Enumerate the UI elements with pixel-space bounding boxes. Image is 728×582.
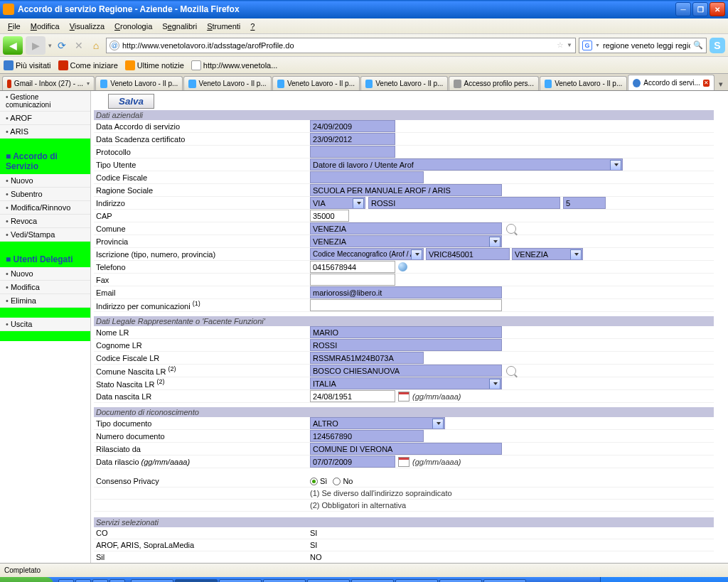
- taskbar-item[interactable]: Acc...: [175, 579, 218, 582]
- taskbar-item[interactable]: Micr...: [439, 579, 482, 582]
- menu-help[interactable]: ?: [246, 21, 259, 32]
- taskbar-item[interactable]: Pos...: [131, 579, 173, 582]
- taskbar-item[interactable]: I: U...: [483, 579, 526, 582]
- sidebar-item-revoca[interactable]: Revoca: [0, 215, 90, 228]
- search-go-icon[interactable]: 🔍: [693, 41, 703, 50]
- info-icon[interactable]: [398, 262, 407, 271]
- bookmark-most-visited[interactable]: Più visitati: [4, 60, 51, 70]
- input-data-rilascio[interactable]: 07/07/2009: [310, 456, 395, 468]
- skype-icon[interactable]: S: [710, 38, 725, 53]
- input-data-scadenza[interactable]: 23/09/2012: [310, 133, 395, 145]
- lookup-comune-icon[interactable]: [506, 224, 516, 234]
- input-protocollo[interactable]: [310, 146, 395, 158]
- input-cap[interactable]: 35000: [310, 210, 349, 222]
- lookup-comune-nascita-icon[interactable]: [506, 366, 516, 376]
- input-iscrizione-num[interactable]: VRIC845001: [426, 248, 510, 260]
- select-indirizzo-tipo[interactable]: VIA: [310, 197, 365, 209]
- tab-veneto-4[interactable]: Veneto Lavoro - Il p...: [360, 76, 448, 90]
- tab-veneto-2[interactable]: Veneto Lavoro - Il p...: [183, 76, 271, 90]
- close-button[interactable]: ✕: [710, 2, 725, 16]
- sidebar-item-gestione[interactable]: Gestione comunicazioni: [0, 91, 90, 112]
- input-ragione-sociale[interactable]: SCUOLA PER MANUALE AROF / ARIS: [310, 184, 502, 196]
- select-provincia[interactable]: VENEZIA: [310, 235, 502, 247]
- input-comune-nascita[interactable]: BOSCO CHIESANUOVA: [310, 365, 502, 377]
- input-indirizzo-civico[interactable]: 5: [563, 197, 606, 209]
- menu-file[interactable]: File: [4, 21, 25, 32]
- sidebar-item-vedi-stampa[interactable]: Vedi/Stampa: [0, 228, 90, 242]
- sidebar-item-arof[interactable]: AROF: [0, 112, 90, 125]
- bookmark-getting-started[interactable]: Come iniziare: [58, 60, 118, 70]
- bookmark-star-icon[interactable]: ☆: [557, 41, 564, 50]
- tab-accordo-servizio[interactable]: Accordo di servi...✕: [628, 75, 714, 90]
- quicklaunch-player[interactable]: ▶: [109, 579, 125, 582]
- input-rilasciato[interactable]: COMUNE DI VERONA: [310, 443, 502, 455]
- input-telefono[interactable]: 0415678944: [310, 261, 395, 273]
- select-tipo-utente[interactable]: Datore di lavoro / Utente Arof: [310, 158, 623, 171]
- tab-veneto-1[interactable]: Veneto Lavoro - Il p...: [95, 76, 183, 90]
- reload-button[interactable]: ⟳: [55, 38, 69, 53]
- menu-segnalibri[interactable]: Segnalibri: [158, 21, 201, 32]
- tab-veneto-5[interactable]: Veneto Lavoro - Il p...: [540, 76, 627, 90]
- tab-gmail[interactable]: Gmail - Inbox (27) - ...▾: [2, 76, 95, 90]
- select-iscrizione-prov[interactable]: VENEZIA: [512, 248, 583, 260]
- sidebar-item-elimina[interactable]: Elimina: [0, 294, 90, 308]
- input-email[interactable]: mariorossi@libero.it: [310, 286, 502, 298]
- back-button[interactable]: ◀: [3, 36, 23, 55]
- calendar-icon[interactable]: [398, 392, 410, 402]
- url-bar[interactable]: @ http://www.venetolavoro.it/adsstage/ar…: [106, 38, 576, 53]
- input-cf-lr[interactable]: RSSMRA51M24B073A: [310, 352, 424, 364]
- tab-list-button[interactable]: ▾: [716, 78, 726, 90]
- label-email: Email: [94, 289, 310, 297]
- quicklaunch-mail[interactable]: ✉: [75, 579, 91, 582]
- input-comune[interactable]: VENEZIA: [310, 222, 502, 235]
- start-button[interactable]: start: [0, 577, 53, 582]
- menu-strumenti[interactable]: Strumenti: [203, 21, 245, 32]
- forward-button[interactable]: ▶: [26, 36, 46, 55]
- sidebar-item-subentro[interactable]: Subentro: [0, 188, 90, 201]
- search-bar[interactable]: G ▼ regione veneto leggi regionali 🔍: [579, 38, 707, 53]
- input-num-doc[interactable]: 124567890: [310, 430, 424, 442]
- save-button[interactable]: Salva: [108, 94, 154, 109]
- select-stato-nascita[interactable]: ITALIA: [310, 377, 502, 389]
- tab-veneto-3[interactable]: Veneto Lavoro - Il p...: [272, 76, 360, 90]
- quicklaunch-desktop[interactable]: ▭: [92, 579, 108, 582]
- sidebar-item-modifica-2[interactable]: Modifica: [0, 281, 90, 294]
- input-data-accordo[interactable]: 24/09/2009: [310, 120, 395, 132]
- sidebar-item-uscita[interactable]: Uscita: [0, 318, 90, 331]
- input-data-nascita[interactable]: 24/08/1951: [310, 390, 395, 402]
- input-codice-fiscale[interactable]: [310, 171, 424, 183]
- tab-close-icon[interactable]: ✕: [703, 80, 710, 87]
- input-fax[interactable]: [310, 274, 395, 286]
- footnote-1: (1) Se diverso dall'indirizzo sopraindic…: [310, 489, 452, 497]
- taskbar-item[interactable]: Man...: [395, 579, 438, 582]
- bookmark-latest-news[interactable]: Ultime notizie: [125, 60, 184, 70]
- menu-cronologia[interactable]: Cronologia: [110, 21, 156, 32]
- sidebar-item-nuovo-2[interactable]: Nuovo: [0, 267, 90, 281]
- taskbar-item[interactable]: Sky...: [263, 579, 306, 582]
- sidebar-item-nuovo[interactable]: Nuovo: [0, 174, 90, 188]
- input-nome-lr[interactable]: MARIO: [310, 326, 502, 338]
- sidebar-item-aris[interactable]: ARIS: [0, 125, 90, 139]
- taskbar-item[interactable]: Man...: [219, 579, 262, 582]
- stop-button[interactable]: ✕: [72, 38, 86, 53]
- sidebar-item-modifica-rinnovo[interactable]: Modifica/Rinnovo: [0, 201, 90, 215]
- menu-visualizza[interactable]: Visualizza: [65, 21, 109, 32]
- serv-co-val: SI: [310, 529, 317, 537]
- input-cognome-lr[interactable]: ROSSI: [310, 339, 502, 351]
- home-button[interactable]: ⌂: [89, 38, 103, 53]
- minimize-button[interactable]: ─: [675, 2, 691, 16]
- calendar-icon[interactable]: [398, 457, 410, 467]
- taskbar-item[interactable]: Acc...: [307, 579, 350, 582]
- quicklaunch-ie[interactable]: e: [58, 579, 74, 582]
- menu-modifica[interactable]: Modifica: [26, 21, 64, 32]
- taskbar-item[interactable]: Imm...: [351, 579, 394, 582]
- radio-si[interactable]: [310, 478, 318, 485]
- select-iscrizione-tipo[interactable]: Codice Meccanografico (Arof / A: [310, 248, 424, 260]
- select-tipo-doc[interactable]: ALTRO: [310, 417, 445, 429]
- tab-accesso-profilo[interactable]: Accesso profilo pers...: [449, 76, 539, 90]
- input-indirizzo-com[interactable]: [310, 299, 502, 311]
- maximize-button[interactable]: ❐: [692, 2, 708, 16]
- bookmark-venetola[interactable]: http://www.venetola...: [191, 60, 278, 70]
- input-indirizzo-nome[interactable]: ROSSI: [368, 197, 560, 209]
- radio-no[interactable]: [333, 478, 341, 485]
